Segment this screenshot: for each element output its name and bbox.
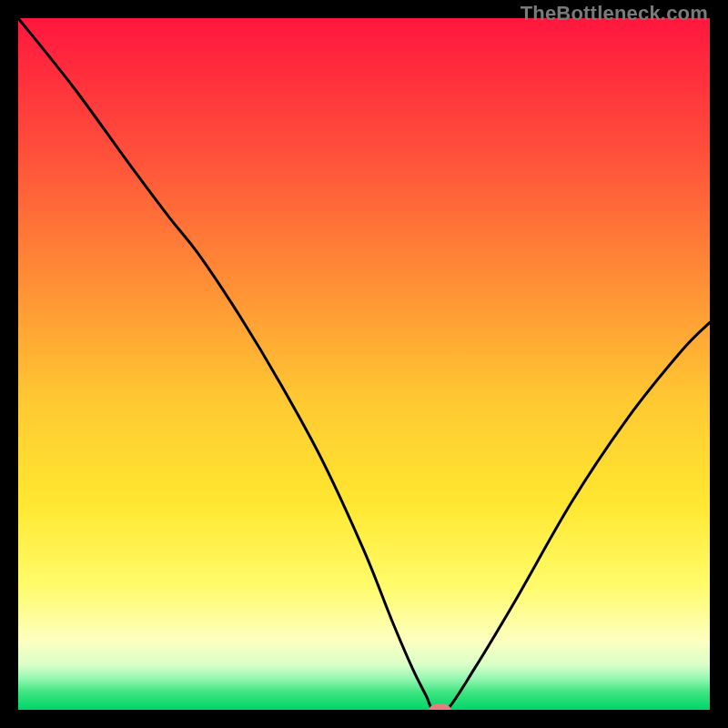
- chart-svg: [18, 18, 710, 710]
- gradient-background: [18, 18, 710, 710]
- plot-area: [18, 18, 710, 710]
- chart-frame: TheBottleneck.com: [0, 0, 728, 728]
- watermark-text: TheBottleneck.com: [521, 2, 708, 25]
